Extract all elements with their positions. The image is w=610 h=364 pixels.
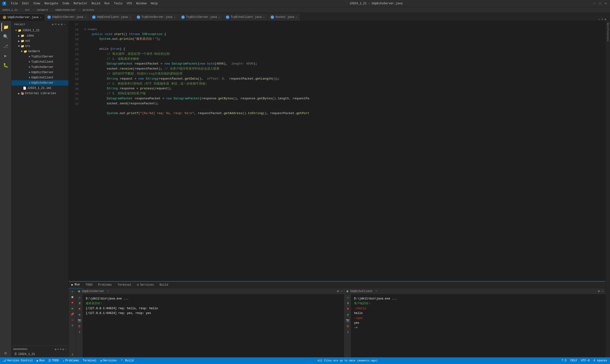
todo-status-item[interactable]: ☰ TODO — [48, 359, 59, 363]
stop-icon[interactable]: ■ — [346, 307, 350, 311]
tree-item-src[interactable]: ▼ 📁 src — [12, 44, 68, 49]
tab-close-button[interactable]: ✕ — [263, 16, 265, 19]
tab-udpdictserver[interactable]: UdpDictServer.java ✕ — [45, 13, 89, 21]
tree-item-project[interactable]: ▼ 📁 J2024_1_21 — [12, 28, 68, 33]
breadcrumb-part[interactable]: netWork — [37, 9, 48, 12]
screenshot-icon[interactable]: 📷 — [346, 318, 350, 323]
stop-icon[interactable]: ⏹ — [70, 295, 75, 299]
filter-icon[interactable]: ≡ — [60, 348, 62, 351]
tree-item-tcpechoclient[interactable]: ● TcpEchoClient — [12, 59, 68, 65]
delete-icon[interactable]: 🗑 — [78, 324, 82, 328]
sidebar-action-icon[interactable]: ⚙ — [61, 23, 63, 26]
menu-item-window[interactable]: Window — [134, 1, 148, 6]
tab-tcpechoclient[interactable]: TcpEchoClient.java ✕ — [223, 13, 268, 21]
tree-item-tcpechoserver[interactable]: ● TcpEchoServer — [12, 65, 68, 70]
code-editor[interactable]: 17 18 19 20 21 22 23 24 25 26 27 28 29 3… — [69, 21, 605, 281]
activity-debug-icon[interactable]: 🐛 — [1, 61, 10, 70]
code-text[interactable]: 2 usages public void start() throws IOEx… — [80, 21, 605, 281]
close-button[interactable]: ✕ — [604, 2, 608, 5]
activity-run-icon[interactable]: ▶ — [1, 52, 10, 60]
maximize-button[interactable]: □ — [598, 2, 602, 5]
services-status-item[interactable]: ⚙ Services — [100, 359, 117, 363]
menu-item-code[interactable]: Code — [61, 1, 71, 6]
tab-socket[interactable]: Socket.java ✕ — [268, 13, 300, 21]
settings2-icon[interactable]: ⚙ — [346, 312, 350, 317]
server-terminal-body[interactable]: D:\jdk11\bin\java.exe ... 服务器启动！ [/127.0… — [83, 294, 344, 357]
tab-close-button[interactable]: ✕ — [174, 16, 175, 19]
sidebar-action-icon[interactable]: ≡ — [55, 23, 57, 26]
activity-search-icon[interactable]: 🔍 — [1, 32, 10, 41]
sort-icon[interactable]: ⊞ — [55, 348, 56, 351]
breadcrumb-part[interactable]: src — [25, 9, 30, 12]
bottom-tab-build[interactable]: Build — [157, 282, 171, 288]
tree-item-iml[interactable]: 📄 J2024_1_21.iml — [12, 86, 68, 91]
stop-icon[interactable]: ■ — [78, 307, 82, 311]
rerun-icon[interactable]: ↺ — [346, 295, 350, 300]
line-col-indicator[interactable]: 7:3 — [561, 359, 567, 362]
notifications-label[interactable]: Notifications — [606, 21, 610, 43]
close-icon[interactable]: — — [65, 348, 66, 351]
settings-icon[interactable]: ⚙ — [337, 289, 339, 293]
sidebar-action-icon[interactable]: ⊕ — [52, 23, 54, 26]
tab-tcpdictserver[interactable]: TcpDictServer.java ✕ — [179, 13, 223, 21]
settings2-icon[interactable]: ⚙ — [78, 312, 82, 317]
breadcrumb-part[interactable]: J2024_1_21 — [2, 9, 18, 12]
menu-item-edit[interactable]: Edit — [20, 1, 31, 6]
bottom-tab-problems[interactable]: Problems — [95, 282, 115, 288]
sidebar-action-icon[interactable]: — — [64, 23, 65, 26]
sidebar-action-icon[interactable]: ⊖ — [58, 23, 60, 26]
client-terminal-body[interactable]: D:\jdk11\bin\java.exe ... 客户端启动！ ->hello… — [351, 294, 605, 357]
run-status-item[interactable]: ▶ Run — [37, 359, 45, 363]
pause-icon[interactable]: ⏸ — [346, 301, 350, 305]
breadcrumb-part[interactable]: process — [83, 9, 94, 12]
charset-indicator[interactable]: UTF-8 — [581, 359, 589, 362]
settings-icon[interactable]: ⚙ — [70, 306, 75, 311]
tab-close-button[interactable]: ✕ — [40, 16, 42, 19]
bottom-tab-run[interactable]: ▶ Run — [69, 282, 83, 288]
pin-icon[interactable]: 📌 — [70, 312, 75, 316]
menu-item-help[interactable]: Help — [149, 1, 160, 6]
tree-item-udpechoclient[interactable]: ● UdpEchoClient — [12, 75, 68, 80]
tree-item-out[interactable]: ▶ 📁 out — [12, 38, 68, 44]
tree-item-udpdictserver[interactable]: ● UdpDictServer — [12, 70, 68, 75]
problems-status-item[interactable]: ⚠ Problems — [63, 359, 79, 363]
breadcrumb-part[interactable]: UdpEchoServer — [55, 9, 76, 12]
delete-icon[interactable]: 🗑 — [346, 324, 350, 328]
bookmark-item[interactable]: ☰ J2024_1_21 — [12, 352, 68, 356]
menu-item-navigate[interactable]: Navigate — [42, 1, 60, 6]
minimize-button[interactable]: — — [592, 2, 596, 5]
pause-icon[interactable]: ⏸ — [78, 301, 82, 305]
minimize-icon[interactable]: — — [341, 290, 342, 293]
activity-project-icon[interactable]: 📁 — [1, 23, 10, 31]
stop-red-icon[interactable]: ■ — [70, 301, 75, 305]
tab-udpechoclient[interactable]: UdpEchoClient.java ✕ — [89, 13, 134, 21]
rerun-icon[interactable]: ↺ — [70, 289, 75, 294]
tree-item-idea[interactable]: ▶ 📁 .idea — [12, 33, 68, 38]
tree-item-udpechoserver[interactable]: ● UdpEchoServer — [12, 80, 68, 86]
settings-icon[interactable]: ⚙ — [63, 348, 64, 351]
scroll-icon[interactable]: ⤓ — [346, 330, 350, 334]
menu-item-file[interactable]: File — [9, 1, 20, 6]
bottom-tab-terminal[interactable]: Terminal — [115, 282, 134, 288]
tree-item-tcpdictserver[interactable]: ● TcpDictServer — [12, 54, 68, 59]
version-control-item[interactable]: ⎇ Version Control — [3, 359, 33, 363]
menu-item-run[interactable]: Run — [103, 1, 112, 6]
close-icon[interactable]: ✕ — [70, 318, 75, 322]
minimize-icon[interactable]: — — [602, 290, 603, 293]
tab-close-button[interactable]: ✕ — [219, 16, 220, 19]
menu-item-view[interactable]: View — [31, 1, 42, 6]
bottom-tab-todo[interactable]: TODO — [83, 282, 95, 288]
tab-tcpechoserver[interactable]: TcpEchoServer.java ✕ — [134, 13, 179, 21]
scroll-to-end-icon[interactable]: ⤓ — [70, 352, 75, 356]
menu-item-tools[interactable]: Tools — [112, 1, 124, 6]
line-endings-indicator[interactable]: CRLF — [571, 359, 577, 362]
tab-close-button[interactable]: ✕ — [129, 16, 131, 19]
rerun-icon[interactable]: ↺ — [78, 295, 82, 300]
tab-close-button[interactable]: ✕ — [85, 16, 86, 19]
tree-item-network[interactable]: ▼ 📁 netWork — [12, 49, 68, 54]
activity-vcs-icon[interactable]: ⎇ — [1, 42, 10, 51]
scroll-icon[interactable]: ⤓ — [78, 330, 82, 334]
indent-indicator[interactable]: 4 spaces — [593, 359, 607, 362]
close-tab-icon[interactable]: ✕ — [107, 289, 109, 293]
screenshot-icon[interactable]: 📷 — [78, 318, 82, 323]
